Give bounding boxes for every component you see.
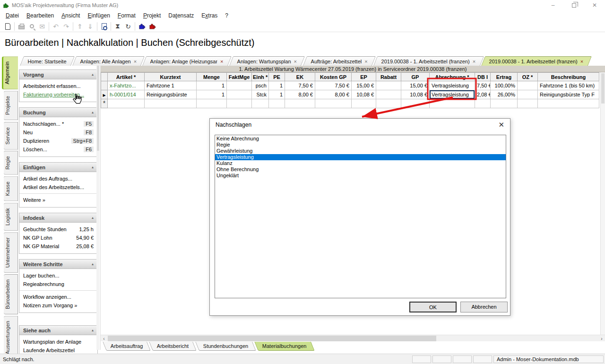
module-tab-unternehmer[interactable]: Unternehmer	[4, 232, 18, 273]
cell-pe[interactable]: 1	[269, 90, 285, 99]
workspace-tab-home-startseite[interactable]: Home: Startseite	[20, 56, 75, 66]
cell-ertrag[interactable]	[491, 99, 518, 108]
cell-beschreibung[interactable]: Reinigungsbürste Typ F	[538, 90, 599, 99]
cell-kosten-gp[interactable]: 7,50 €	[315, 81, 352, 90]
section-header-einf-gen[interactable]: Einfügen▴	[19, 163, 97, 172]
cell-abrechnung[interactable]: Vertragsleistung	[430, 81, 475, 90]
scroll-left-icon[interactable]: ‹	[101, 335, 107, 342]
section-header-weitere-schritte[interactable]: Weitere Schritte▴	[19, 260, 97, 269]
tab-close-icon[interactable]: ×	[580, 59, 583, 64]
cell-abrechnung[interactable]: Vertragsleistung	[430, 90, 475, 99]
cell-kosten-gp[interactable]	[315, 99, 352, 108]
cell-menge[interactable]	[197, 99, 227, 108]
cell-ek[interactable]: 7,50 €	[285, 81, 315, 90]
row-selector[interactable]: *	[101, 99, 108, 108]
row-selector[interactable]	[101, 81, 108, 90]
collapse-icon[interactable]: ▴	[92, 328, 94, 332]
cell-db-i[interactable]: 2,08 €	[475, 90, 491, 99]
cell-artikel[interactable]: h-0001/014	[108, 90, 145, 99]
cell-oz[interactable]	[518, 99, 538, 108]
lookup-option-keine-abrechnung[interactable]: Keine Abrechnung	[215, 136, 506, 142]
sidebar-item-neu[interactable]: NeuF8	[19, 128, 97, 137]
tab-close-icon[interactable]: ×	[221, 59, 224, 64]
menu-format[interactable]: Format	[114, 11, 139, 20]
module-tab-b-roarbeiten[interactable]: Büroarbeiten	[4, 274, 18, 314]
menu-projekt[interactable]: Projekt	[139, 11, 164, 20]
cell-artikel[interactable]	[108, 99, 145, 108]
tab-close-icon[interactable]: ×	[473, 59, 475, 64]
cell-ertrag[interactable]: 26,00%	[491, 90, 518, 99]
module-tab-logistik[interactable]: Logistik	[4, 203, 18, 231]
cell-menge[interactable]: 1	[197, 90, 227, 99]
refresh-icon[interactable]: ↻	[123, 22, 133, 31]
cell-oz[interactable]	[518, 90, 538, 99]
tab-close-icon[interactable]: ×	[364, 59, 367, 64]
module-tab-allgemein[interactable]: Allgemein	[2, 56, 18, 89]
lookup-option-ohne-berechnung[interactable]: Ohne Berechnung	[215, 166, 506, 173]
sidebar-item-fakturierung-vorbereiten[interactable]: Fakturierung vorbereiten...	[19, 90, 97, 99]
menu-bearbeiten[interactable]: Bearbeiten	[23, 11, 58, 20]
plugin-blue-icon[interactable]	[137, 22, 147, 31]
sidebar-item-weitere[interactable]: Weitere »	[19, 196, 97, 204]
section-header-infodesk[interactable]: Infodesk▴	[19, 213, 97, 223]
cell-oz[interactable]	[518, 81, 538, 90]
cell-artikel[interactable]: x-Fahrtzo...	[108, 81, 145, 90]
section-header-buchung[interactable]: Buchung▴	[19, 108, 97, 117]
lookup-option-kulanz[interactable]: Kulanz	[215, 160, 506, 166]
cell-faktmge[interactable]	[227, 90, 252, 99]
sidebar-item-workflow-anzeigen[interactable]: Workflow anzeigen...	[19, 293, 97, 301]
module-tab-service[interactable]: Service	[4, 122, 18, 150]
vertical-scrollbar[interactable]	[600, 72, 605, 335]
cell-rabatt[interactable]	[376, 90, 401, 99]
plugin-red-icon[interactable]	[147, 22, 157, 31]
sidebar-scrollbar[interactable]	[96, 66, 100, 350]
collapse-icon[interactable]: ▴	[92, 216, 94, 220]
cell-gp[interactable]: 10,08 €	[401, 90, 430, 99]
module-tab-kasse[interactable]: Kasse	[4, 176, 18, 201]
sidebar-item-wartungsplan-der-anlage[interactable]: Wartungsplan der Anlage	[19, 338, 97, 346]
module-tab-regie[interactable]: Regie	[4, 151, 18, 175]
menu-ansicht[interactable]: Ansicht	[58, 11, 84, 20]
restore-button[interactable]	[563, 0, 584, 10]
cell-pe[interactable]	[269, 99, 285, 108]
sidebar-item-nachschlagen[interactable]: Nachschlagen... *F5	[19, 120, 97, 128]
sidebar-item-l-schen[interactable]: Löschen...F6	[19, 145, 97, 154]
tab-close-icon[interactable]: ×	[294, 59, 297, 64]
cell-pe[interactable]: 1	[269, 81, 285, 90]
cell-ep[interactable]: 15,00 €	[352, 81, 376, 90]
cell-einh[interactable]	[252, 99, 269, 108]
cell-db-i[interactable]	[475, 99, 491, 108]
cell-kurztext[interactable]	[145, 99, 197, 108]
cell-rabatt[interactable]	[376, 99, 401, 108]
menu-datensatz[interactable]: Datensatz	[164, 11, 198, 20]
sidebar-item-regieabrechnung[interactable]: Regieabrechnung	[19, 280, 97, 288]
lookup-option-ungekl-rt[interactable]: Ungeklärt	[215, 173, 506, 179]
scrollbar-thumb[interactable]	[108, 336, 436, 341]
lookup-listbox[interactable]: Keine AbrechnungRegieGewährleistungVertr…	[215, 135, 506, 298]
minimize-button[interactable]: –	[543, 0, 563, 10]
tab-close-icon[interactable]: ×	[134, 59, 137, 64]
cell-rabatt[interactable]	[376, 81, 401, 90]
cell-menge[interactable]: 1	[197, 81, 227, 90]
cell-kurztext[interactable]: Fahrtzone 1	[145, 81, 197, 90]
section-header-vorgang[interactable]: Vorgang▴	[19, 70, 97, 79]
menu-[interactable]: ?	[221, 11, 232, 20]
cell-einh[interactable]: psch	[252, 81, 269, 90]
horizontal-scrollbar[interactable]: ‹ ›	[101, 335, 605, 341]
report-preview-icon[interactable]	[99, 22, 109, 31]
sidebar-item-artikel-des-arbeitszettels[interactable]: Artikel des Arbeitszettels...	[19, 183, 97, 191]
sidebar-item-duplizieren[interactable]: DuplizierenStrg+F8	[19, 137, 97, 145]
cell-einh[interactable]: Stck	[252, 90, 269, 99]
cell-gp[interactable]: 15,00 €	[401, 81, 430, 90]
lookup-option-regie[interactable]: Regie	[215, 142, 506, 148]
workspace-tab-2019-00038-1-arbeitszettel-franzen[interactable]: 2019.00038 - 1. Arbeitszettel (franzen)×	[373, 56, 484, 66]
cell-kosten-gp[interactable]: 8,00 €	[315, 90, 352, 99]
module-tab-projekte[interactable]: Projekte	[4, 91, 18, 120]
sidebar-item-artikel-des-auftrags[interactable]: Artikel des Auftrags...	[19, 174, 97, 183]
collapse-icon[interactable]: ▴	[92, 110, 94, 114]
sidebar-item-lager-buchen[interactable]: Lager buchen...	[19, 271, 97, 280]
menu-datei[interactable]: Datei	[2, 11, 23, 20]
sidebar-item-notizen-zum-vorgang[interactable]: Notizen zum Vorgang »	[19, 301, 97, 310]
cell-ep[interactable]	[352, 99, 376, 108]
cell-ek[interactable]: 8,00 €	[285, 90, 315, 99]
